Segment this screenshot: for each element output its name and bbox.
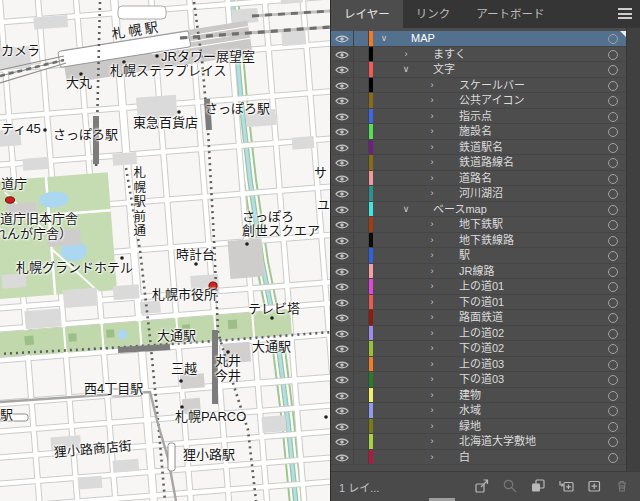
layer-row[interactable]: › 上の道01 bbox=[331, 279, 640, 295]
lock-toggle[interactable] bbox=[353, 47, 369, 62]
visibility-toggle[interactable] bbox=[331, 279, 354, 294]
visibility-toggle[interactable] bbox=[331, 326, 354, 341]
disclosure-arrow[interactable]: › bbox=[425, 450, 439, 464]
visibility-toggle[interactable] bbox=[331, 388, 354, 403]
lock-toggle[interactable] bbox=[353, 31, 369, 46]
disclosure-arrow[interactable]: › bbox=[425, 217, 439, 231]
lock-toggle[interactable] bbox=[353, 186, 369, 201]
layer-name[interactable]: 建物 bbox=[459, 388, 481, 402]
disclosure-arrow[interactable]: › bbox=[425, 372, 439, 386]
layer-row[interactable]: › 河川湖沼 bbox=[331, 186, 640, 202]
layer-name[interactable]: JR線路 bbox=[459, 264, 494, 278]
lock-toggle[interactable] bbox=[353, 248, 369, 263]
disclosure-arrow[interactable]: › bbox=[425, 279, 439, 293]
layer-row[interactable]: › 下の道03 bbox=[331, 372, 640, 388]
layer-name[interactable]: 路面鉄道 bbox=[459, 310, 503, 324]
layer-name[interactable]: 上の道03 bbox=[459, 357, 504, 371]
target-circle[interactable] bbox=[608, 189, 618, 199]
map-canvas[interactable]: 札幌駅 カメラ JRタワー展望室 札幌ステラプレイス 大丸 東急百貨店 さっぽろ… bbox=[0, 0, 330, 501]
visibility-toggle[interactable] bbox=[331, 217, 354, 232]
visibility-toggle[interactable] bbox=[331, 372, 354, 387]
lock-toggle[interactable] bbox=[353, 434, 369, 449]
lock-toggle[interactable] bbox=[353, 202, 369, 217]
target-circle[interactable] bbox=[608, 65, 618, 75]
disclosure-arrow[interactable]: › bbox=[399, 47, 413, 61]
lock-toggle[interactable] bbox=[353, 140, 369, 155]
target-circle[interactable] bbox=[608, 360, 618, 370]
target-circle[interactable] bbox=[608, 236, 618, 246]
layer-row[interactable]: ∨ MAP bbox=[331, 31, 640, 47]
disclosure-arrow[interactable]: › bbox=[425, 419, 439, 433]
visibility-toggle[interactable] bbox=[331, 264, 354, 279]
layer-name[interactable]: 施設名 bbox=[459, 124, 492, 138]
lock-toggle[interactable] bbox=[353, 388, 369, 403]
target-circle[interactable] bbox=[608, 329, 618, 339]
layer-name[interactable]: 白 bbox=[459, 450, 470, 464]
target-circle[interactable] bbox=[608, 375, 618, 385]
layer-name[interactable]: 文字 bbox=[433, 62, 455, 76]
disclosure-arrow[interactable]: › bbox=[425, 233, 439, 247]
panel-menu-icon[interactable] bbox=[618, 8, 632, 19]
layer-name[interactable]: 駅 bbox=[459, 248, 470, 262]
layer-name[interactable]: MAP bbox=[411, 31, 435, 45]
layer-row[interactable]: › スケールバー bbox=[331, 78, 640, 94]
layer-row[interactable]: › 建物 bbox=[331, 388, 640, 404]
disclosure-arrow[interactable]: › bbox=[425, 388, 439, 402]
disclosure-arrow[interactable]: › bbox=[425, 295, 439, 309]
target-circle[interactable] bbox=[608, 344, 618, 354]
visibility-toggle[interactable] bbox=[331, 341, 354, 356]
tab-artboards[interactable]: アートボード bbox=[463, 0, 557, 28]
layer-name[interactable]: ベースmap bbox=[433, 202, 487, 216]
visibility-toggle[interactable] bbox=[331, 62, 354, 77]
target-circle[interactable] bbox=[608, 282, 618, 292]
visibility-toggle[interactable] bbox=[331, 357, 354, 372]
disclosure-arrow[interactable]: › bbox=[425, 186, 439, 200]
visibility-toggle[interactable] bbox=[331, 155, 354, 170]
layer-name[interactable]: 北海道大学敷地 bbox=[459, 434, 536, 448]
layer-name[interactable]: 下の道01 bbox=[459, 295, 504, 309]
disclosure-arrow[interactable]: › bbox=[425, 403, 439, 417]
target-circle[interactable] bbox=[608, 251, 618, 261]
disclosure-arrow[interactable]: ∨ bbox=[399, 202, 413, 216]
lock-toggle[interactable] bbox=[353, 217, 369, 232]
new-layer-icon[interactable] bbox=[586, 478, 602, 494]
layer-name[interactable]: 指示点 bbox=[459, 109, 492, 123]
lock-toggle[interactable] bbox=[353, 155, 369, 170]
disclosure-arrow[interactable]: › bbox=[425, 155, 439, 169]
visibility-toggle[interactable] bbox=[331, 93, 354, 108]
disclosure-arrow[interactable]: › bbox=[425, 341, 439, 355]
disclosure-arrow[interactable]: › bbox=[425, 326, 439, 340]
layer-name[interactable]: 水域 bbox=[459, 403, 481, 417]
visibility-toggle[interactable] bbox=[331, 403, 354, 418]
disclosure-arrow[interactable]: › bbox=[425, 171, 439, 185]
target-circle[interactable] bbox=[608, 34, 618, 44]
layer-row[interactable]: › 下の道02 bbox=[331, 341, 640, 357]
layer-name[interactable]: 上の道01 bbox=[459, 279, 504, 293]
target-circle[interactable] bbox=[608, 220, 618, 230]
disclosure-arrow[interactable]: › bbox=[425, 248, 439, 262]
lock-toggle[interactable] bbox=[353, 171, 369, 186]
locate-object-icon[interactable] bbox=[502, 478, 518, 494]
target-circle[interactable] bbox=[608, 437, 618, 447]
target-circle[interactable] bbox=[608, 422, 618, 432]
layer-name[interactable]: 地下鉄線路 bbox=[459, 233, 514, 247]
lock-toggle[interactable] bbox=[353, 109, 369, 124]
visibility-toggle[interactable] bbox=[331, 47, 354, 62]
layer-name[interactable]: ますく bbox=[433, 47, 466, 61]
layer-name[interactable]: 下の道03 bbox=[459, 372, 504, 386]
layer-row[interactable]: › 地下鉄駅 bbox=[331, 217, 640, 233]
layer-name[interactable]: 鉄道路線名 bbox=[459, 155, 514, 169]
disclosure-arrow[interactable]: › bbox=[425, 124, 439, 138]
lock-toggle[interactable] bbox=[353, 295, 369, 310]
collect-for-export-icon[interactable] bbox=[474, 478, 490, 494]
visibility-toggle[interactable] bbox=[331, 78, 354, 93]
disclosure-arrow[interactable]: › bbox=[425, 109, 439, 123]
visibility-toggle[interactable] bbox=[331, 124, 354, 139]
lock-toggle[interactable] bbox=[353, 357, 369, 372]
lock-toggle[interactable] bbox=[353, 310, 369, 325]
layer-row[interactable]: › 道路名 bbox=[331, 171, 640, 187]
layer-row[interactable]: › 下の道01 bbox=[331, 295, 640, 311]
visibility-toggle[interactable] bbox=[331, 202, 354, 217]
disclosure-arrow[interactable]: › bbox=[425, 310, 439, 324]
tab-layers[interactable]: レイヤー bbox=[331, 0, 403, 28]
